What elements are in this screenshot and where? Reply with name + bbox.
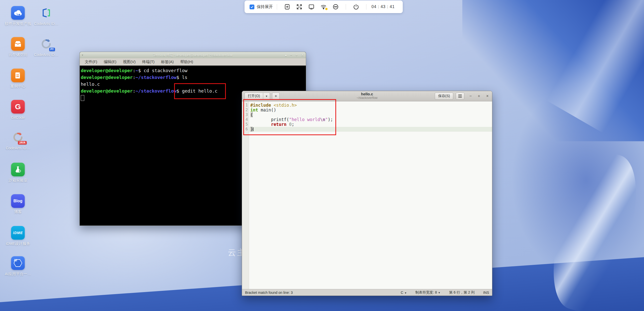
keep-expanded-checkbox[interactable] [250,5,254,9]
desktop-icon-sandbox-lab[interactable]: 沙箱实验室 [4,163,32,183]
minimize-button[interactable]: − [469,91,472,101]
desktop-icon-idme[interactable]: iDME iDME设计服务 [4,226,32,246]
menu-help[interactable]: 帮助(H) [179,59,195,65]
desktop-icon-codearts-ide-java[interactable]: JAVA CodeArts ID… [4,130,32,150]
desktop-watermark: 云主机 [228,247,243,258]
desktop-icon-label: AI应用平台一… [4,272,32,276]
new-document-button[interactable]: + [272,93,280,100]
toolbar-divider [277,4,277,10]
desktop-icon-gitcode[interactable]: G GitCode [4,100,32,120]
desktop-icon-label: CodeArts ID… [32,21,60,26]
desktop-icon-label: GitCode [4,115,32,120]
maximize-button[interactable]: + [478,91,480,101]
dropdown-arrow-icon: ▼ [404,292,407,294]
desktop-icon-codearts-ide[interactable]: CodeArts ID… [32,6,60,26]
desktop-icon-ai-platform[interactable]: AI AI应用平台一… [4,256,32,276]
dropdown-arrow-icon: ▼ [438,291,441,294]
codearts-ide-icon [39,6,53,20]
terminal-line: developer@developer:~/stackoverflow$ ls [81,74,306,81]
power-icon[interactable] [352,3,360,11]
terminal-titlebar[interactable]: ▾ Terminal 终端 - developer@developer: ~/s… [80,52,306,58]
cloud-dev-icon [11,6,25,20]
annotation-box-code [243,99,336,135]
toolbar-divider [346,4,346,10]
ai-platform-icon: AI [11,256,25,270]
gitcode-icon: G [11,100,25,114]
add-window-icon[interactable] [283,3,291,11]
java-badge: JAVA [18,141,27,145]
close-button[interactable]: × [486,91,489,101]
idme-icon: iDME [11,226,25,240]
annotation-box-terminal-command [174,83,226,99]
idme-glyph: iDME [13,231,23,235]
close-button[interactable]: ✕ [301,52,304,58]
desktop-icon-blog[interactable]: Blog 博客 [4,194,32,214]
desktop-icon-devcloud[interactable]: 软件开发生产线 [4,6,32,26]
gitcode-glyph: G [15,102,21,111]
blog-icon: Blog [11,194,25,208]
open-dropdown-arrow-icon[interactable]: ▼ [263,93,270,100]
tab-width-selector[interactable]: 制表符宽度: 8▼ [415,290,440,295]
session-toolbar: 保持展开 [245,1,403,13]
language-selector[interactable]: C▼ [401,291,407,295]
terminal-menubar: 文件(F) 编辑(E) 视图(V) 终端(T) 标签(A) 帮助(H) [80,58,306,66]
desktop-icon-label: 云存储空间 [4,52,32,57]
case-center-icon [11,69,25,82]
save-button[interactable]: 保存(S) [435,93,453,100]
menu-terminal[interactable]: 终端(T) [141,59,156,65]
desktop: 云主机 保持展开 [0,0,644,311]
terminal-cursor [81,95,84,101]
open-button[interactable]: 打开(O) [245,93,263,100]
keep-expanded-label: 保持展开 [257,4,273,10]
terminal-line: developer@developer:~$ cd stackoverflow [81,67,306,74]
ai-glyph: AI [11,256,20,264]
codearts-ide-python-icon: PY [39,37,53,51]
desktop-icon-codearts-ide-python[interactable]: PY CodeArts ID… [32,37,60,57]
blog-glyph: Blog [13,199,22,203]
desktop-icon-label: 软件开发生产线 [4,21,32,26]
network-icon[interactable] [320,3,327,11]
desktop-icon-case-center[interactable]: 案例中心 [4,69,32,89]
desktop-icon-label: 沙箱实验室 [4,178,32,183]
display-icon[interactable] [308,3,315,11]
more-icon[interactable] [332,3,339,11]
maximize-button[interactable]: + [296,52,298,58]
shade-button[interactable]: ▴ [285,52,287,58]
terminal-title: Terminal 终端 - developer@developer: ~/sta… [80,53,306,58]
fullscreen-icon[interactable] [296,3,303,11]
desktop-icon-label: CodeArts ID… [32,52,60,57]
desktop-icon-label: iDME设计服务 [4,241,32,246]
menu-tabs[interactable]: 标签(A) [159,59,175,65]
desktop-icon-label: 博客 [4,210,32,214]
hamburger-menu-icon[interactable] [456,93,464,100]
menu-view[interactable]: 视图(V) [121,59,137,65]
desktop-icon-label: CodeArts ID… [4,146,32,150]
network-status-dot [325,8,328,10]
gedit-statusbar: Bracket match found on line: 3 C▼ 制表符宽度:… [242,289,492,296]
desktop-icon-cloud-storage[interactable]: 云存储空间 [4,37,32,57]
session-clock: 04 : 43 : 41 [371,5,395,9]
sandbox-lab-icon [11,163,25,176]
python-badge: PY [49,48,55,51]
desktop-icon-label: 案例中心 [4,84,32,89]
input-mode: INS [483,291,489,295]
menu-file[interactable]: 文件(F) [83,59,99,65]
codearts-ide-java-icon: JAVA [11,130,25,144]
minimize-button[interactable]: − [290,52,292,58]
toolbar-divider [366,4,366,10]
menu-edit[interactable]: 编辑(E) [102,59,118,65]
statusbar-message: Bracket match found on line: 3 [245,291,293,295]
cloud-storage-icon [11,37,25,51]
cursor-position[interactable]: 第 6 行，第 2 列 [449,290,475,295]
